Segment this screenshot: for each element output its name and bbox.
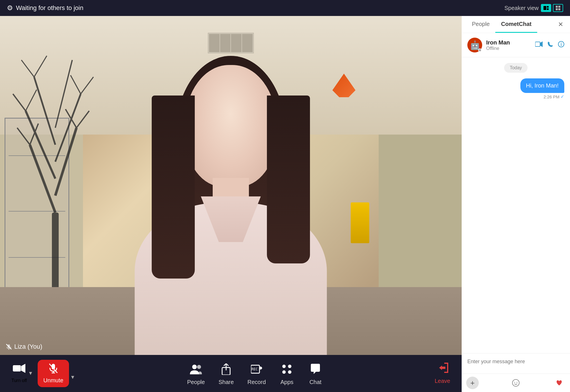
share-btn[interactable]: Share — [218, 362, 234, 385]
people-btn[interactable]: People — [187, 362, 205, 385]
people-label: People — [187, 379, 205, 385]
contact-header: 🤖 Iron Man Offline — [462, 33, 570, 57]
svg-marker-46 — [540, 41, 543, 47]
apps-icon — [279, 362, 294, 377]
contact-info: 🤖 Iron Man Offline — [467, 38, 510, 52]
bottom-toolbar: Turn off ▼ — [0, 355, 462, 392]
phone-call-btn[interactable] — [547, 41, 553, 49]
svg-text:REC: REC — [251, 367, 258, 371]
mic-off-icon — [6, 344, 12, 350]
message-time-0: 2:26 PM ✓ — [543, 94, 564, 99]
panel-close-btn[interactable]: ✕ — [556, 19, 565, 31]
apps-btn[interactable]: Apps — [279, 362, 294, 385]
svg-rect-2 — [547, 8, 549, 10]
meeting-status: Waiting for others to join — [16, 4, 83, 12]
unmute-btn[interactable]: Unmute — [38, 360, 69, 387]
toolbar-right: Leave — [435, 363, 450, 384]
unmute-label: Unmute — [43, 377, 63, 384]
toolbar-left: Turn off ▼ — [11, 360, 75, 387]
svg-line-17 — [26, 90, 37, 111]
svg-rect-7 — [52, 213, 59, 297]
grid-view-btn[interactable] — [553, 4, 563, 12]
message-input-area: + — [462, 353, 570, 392]
record-icon: REC — [249, 362, 264, 377]
svg-marker-28 — [21, 364, 25, 373]
svg-point-34 — [197, 365, 201, 369]
svg-line-15 — [30, 123, 38, 145]
chat-area: 🤖 Iron Man Offline — [462, 33, 570, 392]
svg-rect-5 — [556, 8, 558, 10]
svg-line-22 — [81, 77, 94, 94]
camera-control: Turn off ▼ — [11, 364, 33, 383]
video-container: Liza (You) — [0, 16, 462, 355]
svg-point-43 — [282, 370, 286, 374]
tree-decoration — [9, 43, 102, 297]
record-btn[interactable]: REC Record — [248, 362, 266, 385]
svg-rect-6 — [558, 8, 560, 10]
leave-icon — [437, 363, 448, 375]
heart-btn[interactable] — [553, 377, 565, 389]
svg-rect-1 — [547, 6, 549, 8]
apps-label: Apps — [280, 379, 293, 385]
svg-rect-27 — [13, 365, 21, 371]
app-logo-icon: ⚙ — [7, 4, 13, 12]
svg-point-42 — [288, 365, 291, 368]
svg-line-12 — [34, 77, 55, 145]
mic-control: Unmute ▼ — [38, 360, 75, 387]
svg-point-33 — [192, 365, 197, 369]
top-bar: ⚙ Waiting for others to join Speaker vie… — [0, 0, 570, 16]
svg-point-51 — [514, 382, 515, 383]
video-area: Liza (You) Turn off — [0, 16, 462, 392]
message-text-0: Hi, Iron Man! — [520, 78, 564, 93]
svg-point-48 — [561, 43, 562, 44]
panel-tabs: People CometChat — [466, 16, 537, 33]
info-icon — [558, 41, 564, 47]
toolbar-center: People Share — [187, 362, 323, 385]
right-panel: People CometChat ✕ 🤖 Iron M — [462, 16, 570, 392]
video-call-btn[interactable] — [535, 41, 543, 49]
contact-status-text: Offline — [486, 46, 510, 51]
messages-area: Today Hi, Iron Man! 2:26 PM ✓ — [462, 57, 570, 353]
mute-icon — [49, 363, 58, 375]
share-label: Share — [218, 379, 234, 385]
svg-line-13 — [55, 60, 72, 128]
leave-label: Leave — [435, 378, 450, 384]
speaker-view-label: Speaker view — [504, 5, 539, 11]
speaker-view-btn[interactable] — [541, 4, 551, 12]
contact-status-dot — [478, 48, 482, 52]
camera-dropdown-btn[interactable]: ▼ — [28, 370, 33, 383]
tab-people[interactable]: People — [466, 16, 495, 33]
leave-btn[interactable]: Leave — [435, 363, 450, 384]
video-background — [0, 16, 462, 355]
view-toggle-buttons — [541, 4, 563, 12]
svg-rect-25 — [8, 344, 10, 348]
svg-line-9 — [55, 128, 76, 196]
emoji-icon — [512, 379, 520, 387]
video-call-icon — [535, 41, 543, 47]
chat-label: Chat — [309, 379, 321, 385]
svg-line-8 — [30, 145, 55, 213]
tab-cometchat[interactable]: CometChat — [495, 16, 537, 33]
date-divider: Today — [504, 63, 528, 73]
video-frame: Liza (You) — [0, 16, 462, 355]
emoji-btn[interactable] — [510, 377, 522, 389]
chat-btn[interactable]: Chat — [308, 362, 323, 385]
yellow-item — [351, 202, 369, 243]
share-icon — [219, 362, 234, 377]
turn-off-btn[interactable]: Turn off — [11, 364, 27, 383]
phone-icon — [547, 41, 553, 47]
mic-dropdown-btn[interactable]: ▼ — [70, 374, 75, 387]
record-label: Record — [248, 379, 266, 385]
heart-icon — [555, 379, 563, 386]
input-actions: + — [462, 373, 570, 392]
info-btn[interactable] — [558, 41, 564, 49]
message-bubble-0: Hi, Iron Man! 2:26 PM ✓ — [467, 78, 564, 99]
svg-point-50 — [512, 379, 519, 386]
svg-rect-0 — [543, 6, 546, 10]
camera-icon — [13, 364, 25, 373]
svg-line-16 — [13, 94, 26, 111]
svg-point-52 — [517, 382, 518, 383]
svg-rect-45 — [535, 42, 540, 46]
add-attachment-btn[interactable]: + — [466, 377, 479, 389]
message-input[interactable] — [462, 354, 570, 373]
